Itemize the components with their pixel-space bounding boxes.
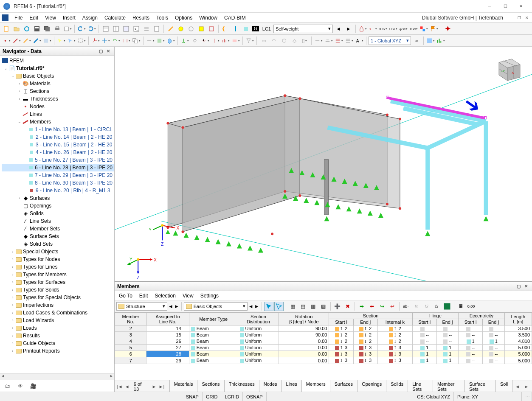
tab-soli[interactable]: Soli — [495, 380, 512, 393]
tree-group[interactable]: ›Loads — [2, 324, 114, 332]
table-row[interactable]: 315BeamUniform90.00I 2I 2I 2--------3.50… — [115, 332, 532, 338]
extr1-icon[interactable] — [314, 36, 323, 45]
menu-results[interactable]: Results — [129, 13, 153, 22]
tab-member-sets[interactable]: Member Sets — [433, 380, 465, 393]
lc-combo[interactable]: Self-weight▾ — [273, 25, 333, 33]
print-icon[interactable] — [53, 24, 62, 34]
structure-combo[interactable]: Structure▾ — [116, 302, 167, 311]
color-icon[interactable] — [419, 24, 428, 34]
opening-icon[interactable] — [156, 36, 165, 45]
support-icon[interactable] — [180, 36, 189, 45]
minimize-button[interactable]: ─ — [482, 2, 497, 11]
tab-surface-sets[interactable]: Surface Sets — [464, 380, 496, 393]
flag-icon[interactable] — [429, 24, 439, 34]
table-add-icon[interactable]: ➕ — [333, 302, 342, 311]
tool-a-icon[interactable] — [166, 24, 175, 34]
export-icon[interactable]: ➡ — [357, 302, 366, 311]
table3-icon[interactable] — [121, 24, 131, 34]
status-more[interactable]: ⋯ — [522, 392, 532, 401]
col-type[interactable]: Member Type — [189, 313, 238, 325]
close-button[interactable]: ✕ — [513, 2, 529, 11]
member-item-6[interactable]: 6 - Line No. 28 | Beam | 3 - IPE 20 — [2, 164, 114, 171]
pointload-icon[interactable] — [211, 36, 220, 45]
tool-e-icon[interactable] — [207, 24, 216, 34]
lineload-icon[interactable] — [221, 36, 230, 45]
table-delete-icon[interactable]: ✖ — [343, 302, 352, 311]
tab-openings[interactable]: Openings — [357, 380, 386, 393]
lc-left-icon[interactable]: ◄ — [334, 24, 343, 34]
tree-group[interactable]: ›Types for Members — [2, 271, 114, 278]
sel2-icon[interactable] — [67, 36, 76, 45]
tabs-scroll-right[interactable]: ► — [522, 384, 530, 389]
export2-icon[interactable]: ↪ — [377, 302, 387, 311]
basicobjects-combo[interactable]: Basic Objects▾ — [184, 302, 248, 311]
table2-icon[interactable] — [111, 24, 121, 34]
save-icon[interactable] — [32, 24, 42, 34]
dim-x-icon[interactable]: X.xx — [378, 24, 388, 34]
dim-phi-icon[interactable]: φ.xx — [399, 24, 408, 34]
line2-icon[interactable] — [22, 36, 31, 45]
system-menu-icon[interactable] — [2, 14, 8, 21]
calc-icon[interactable] — [152, 24, 161, 34]
navigator-scrollbar[interactable] — [0, 373, 114, 380]
copy-icon[interactable] — [132, 36, 141, 45]
import2-icon[interactable]: ↩ — [388, 302, 397, 311]
col-length[interactable]: LengthL [m] — [504, 313, 532, 325]
menu-edit[interactable]: Edit — [26, 13, 42, 22]
rotate-icon[interactable] — [111, 36, 121, 45]
fx1-icon[interactable]: fx — [412, 302, 421, 311]
table-row[interactable]: 527BeamUniform0.00I 3I 3I 311----5.000 — [115, 345, 532, 351]
search-icon[interactable]: ✦ — [443, 24, 453, 34]
col-rot[interactable]: Rotationβ [deg] / Node — [279, 313, 329, 325]
open-icon[interactable] — [12, 24, 21, 34]
extr3-icon[interactable] — [334, 36, 343, 45]
cs-icon[interactable] — [91, 36, 100, 45]
table-row[interactable]: 729BeamUniform0.00I 3I 3I 311----5.000 — [115, 357, 532, 364]
bp-menu-view[interactable]: View — [179, 293, 197, 299]
tree-group[interactable]: ›Imperfections — [2, 301, 114, 309]
line-icon[interactable] — [12, 36, 21, 45]
member-icon[interactable] — [32, 36, 42, 45]
first-page-icon[interactable]: |◄ — [116, 384, 123, 389]
text-icon[interactable]: A — [355, 36, 364, 45]
member-item-9[interactable]: 9 - Line No. 20 | Rib | 4 - R_M1 3 — [2, 187, 114, 194]
col-section[interactable]: Section — [329, 313, 412, 319]
col-ecc[interactable]: Eccentricity — [459, 313, 504, 319]
tree-group[interactable]: ›Guide Objects — [2, 339, 114, 347]
member-item-4[interactable]: 4 - Line No. 26 | Beam | 2 - HE 20 — [2, 149, 114, 156]
script-icon[interactable]: >_ — [132, 24, 141, 34]
precision-icon[interactable]: 0.00 — [467, 302, 476, 311]
tab-lines[interactable]: Lines — [281, 380, 302, 393]
status-lgrid[interactable]: LGRID — [221, 392, 243, 401]
tab-members[interactable]: Members — [301, 380, 330, 393]
dim-xxx-icon[interactable]: X.xx — [409, 24, 418, 34]
member-item-3[interactable]: 3 - Line No. 15 | Beam | 2 - HE 20 — [2, 141, 114, 149]
col-assigned[interactable]: Assigned toLine No. — [146, 313, 189, 325]
nav-display-icon[interactable]: 👁 — [16, 382, 25, 390]
tab-surfaces[interactable]: Surfaces — [330, 380, 357, 393]
member-item-7[interactable]: 7 - Line No. 29 | Beam | 3 - IPE 20 — [2, 171, 114, 179]
select-filter-icon[interactable] — [245, 36, 254, 45]
menu-window[interactable]: Window — [196, 13, 221, 22]
tree-group[interactable]: ›Types for Surfaces — [2, 278, 114, 286]
tool-b-icon[interactable] — [176, 24, 186, 34]
table-layout3-icon[interactable]: ▥ — [309, 302, 318, 311]
menu-assign[interactable]: Assign — [79, 13, 101, 22]
table-row[interactable]: 628BeamUniform0.00I 3I 3I 311----5.000 — [115, 351, 532, 357]
redo-icon[interactable] — [87, 24, 96, 34]
last-page-icon[interactable]: ►| — [158, 384, 165, 389]
table-layout2-icon[interactable]: ▤ — [298, 302, 308, 311]
tab-materials[interactable]: Materials — [169, 380, 198, 393]
status-osnap[interactable]: OSNAP — [243, 392, 267, 401]
new-icon[interactable] — [2, 24, 11, 34]
member-item-8[interactable]: 8 - Line No. 30 | Beam | 3 - IPE 20 — [2, 179, 114, 187]
print-dropdown-icon[interactable] — [63, 24, 72, 34]
load-next-icon[interactable] — [241, 24, 251, 34]
table1-icon[interactable] — [101, 24, 110, 34]
tab-nodes[interactable]: Nodes — [259, 380, 282, 393]
col-memberno[interactable]: MemberNo. — [115, 313, 146, 325]
undo-icon[interactable] — [77, 24, 86, 34]
tree-group[interactable]: ›Types for Nodes — [2, 255, 114, 263]
navigator-close-icon[interactable]: ✕ — [105, 48, 112, 54]
nav-video-icon[interactable]: 🎥 — [29, 382, 37, 390]
